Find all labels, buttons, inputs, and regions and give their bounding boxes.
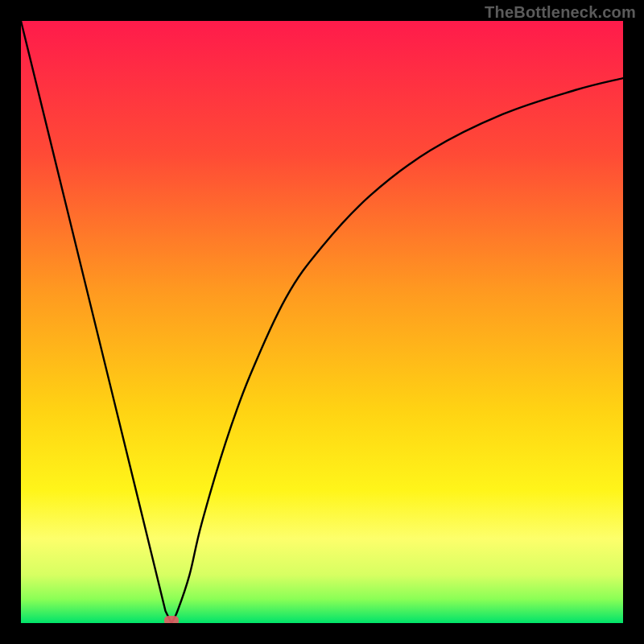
gradient-background — [21, 21, 623, 623]
plot-area — [21, 21, 623, 623]
chart-svg — [21, 21, 623, 623]
watermark-text: TheBottleneck.com — [485, 3, 636, 22]
chart-frame: TheBottleneck.com — [0, 0, 644, 644]
